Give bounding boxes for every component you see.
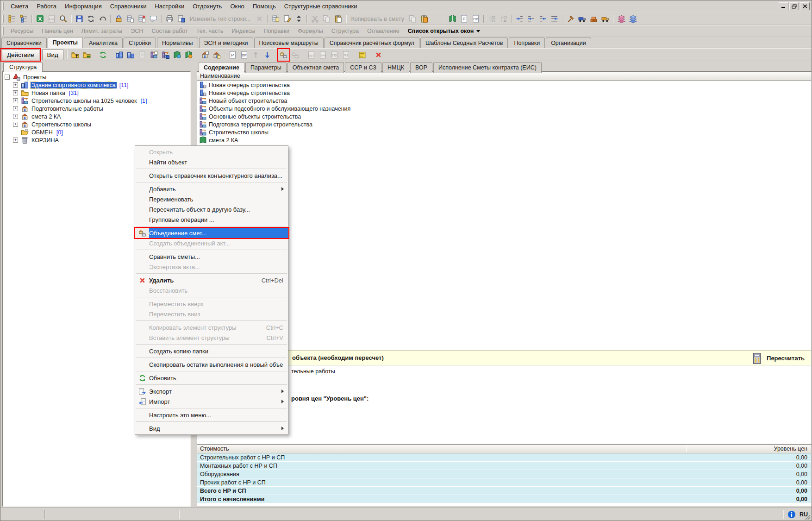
view-menu-button[interactable]: Вид [42,50,63,60]
menu-смета[interactable]: Смета [6,1,32,11]
indent-r2-icon[interactable] [526,13,537,24]
tree1-icon[interactable] [7,13,18,24]
buildings-icon[interactable] [114,50,125,60]
open-windows-list-button[interactable]: Список открытых окон [408,28,481,34]
clip-orange-icon[interactable] [419,13,430,24]
context-menu-item-открыть-справочник-конъюнктурного-анализа[interactable]: Открыть справочник конъюнктурного анализ… [135,170,288,181]
printer-icon[interactable] [164,13,175,24]
lock-icon[interactable] [113,13,124,24]
menu-работа[interactable]: Работа [32,1,61,11]
tree-item[interactable]: +Строительство школы на 1025 человек[1] [3,97,189,105]
content-tab-объектная-смета[interactable]: Объектная смета [287,62,344,73]
context-menu-item-обновить[interactable]: Обновить [135,373,288,383]
tree-expander[interactable]: + [13,82,18,88]
tree-item[interactable]: +Строительство школы [3,120,189,128]
menu-структурные-справочники[interactable]: Структурные справочники [280,1,362,11]
column-divider[interactable] [686,446,687,452]
context-menu-item-пересчитать-объект-в-другую-базу[interactable]: Пересчитать объект в другую базу... [135,204,288,214]
folder-up-icon[interactable] [70,50,81,60]
context-menu-item-объединение-смет[interactable]: Объединение смет... [135,228,288,238]
context-menu-item-экспорт[interactable]: Экспорт [135,386,288,396]
workspace-tab-поправки[interactable]: Поправки [509,38,545,48]
layers-pink-icon[interactable] [616,13,627,24]
list-item[interactable]: Основные объекты строительства [198,113,811,120]
context-menu-item-групповые-операции[interactable]: Групповые операции ... [135,214,288,225]
crane-save-icon[interactable] [160,50,171,60]
indent-r-icon[interactable] [514,13,525,24]
tree-item[interactable]: +Подготовительные работы [3,105,189,113]
floppy-icon[interactable] [74,13,85,24]
list-item[interactable]: Подготовка территории строительства [198,120,811,128]
workspace-tab-проекты[interactable]: Проекты [48,37,83,48]
arrow-down-icon[interactable] [262,50,273,60]
bricks-icon[interactable] [588,13,599,24]
workspace-tab-эсн-и-методики[interactable]: ЭСН и методики [199,38,253,48]
crane-doc-icon[interactable] [149,50,159,60]
doc-p-icon[interactable]: Р [227,50,238,60]
tree-expander[interactable]: + [13,98,18,103]
tree-expander[interactable]: + [13,106,18,111]
tree-expander[interactable]: + [13,122,18,127]
workspace-tab-нормативы[interactable]: Нормативы [157,38,198,48]
recalc-button[interactable]: Пересчитать [751,352,805,365]
layers-blue-icon[interactable] [628,13,638,24]
context-menu-item-импорт[interactable]: Импорт [135,396,288,407]
context-menu-item-создать-копию-папки[interactable]: Создать копию папки [135,346,288,356]
workspace-tab-справочник-расч-тных-формул[interactable]: Справочник расчётных формул [325,38,419,48]
tree-expander[interactable]: + [13,90,18,95]
content-tab-параметры[interactable]: Параметры [245,62,287,73]
paste-icon[interactable] [333,13,344,24]
list-item[interactable]: Объекты подсобного и обслуживающего назн… [198,105,811,113]
tree-expander[interactable]: + [13,114,18,119]
menu-отдохнуть[interactable]: Отдохнуть [188,1,226,11]
spinner-icon[interactable] [294,13,304,24]
x-red-icon[interactable] [373,50,384,60]
doc-pencil-icon[interactable] [282,13,293,24]
workspace-tab-аналитика[interactable]: Аналитика [84,38,123,48]
context-menu-item-скопировать-остатки-выполнения-в-новый-объект[interactable]: Скопировать остатки выполнения в новый о… [135,359,288,370]
minimize-button[interactable] [779,2,788,10]
context-menu-item-найти-объект[interactable]: Найти объект [135,157,288,167]
tab-structure[interactable]: Структура [3,62,43,72]
tree-item[interactable]: −Проекты [3,73,189,81]
menu-помощь[interactable]: Помощь [249,1,280,11]
hammer-icon[interactable] [565,13,576,24]
merge-icon[interactable] [278,50,289,60]
tree-item[interactable]: +Здание спортивного комплекса[11] [3,81,189,89]
server-icon[interactable] [125,13,136,24]
content-tab-вор[interactable]: ВОР [410,62,432,73]
book-orange-icon[interactable] [183,50,194,60]
refresh-dark-icon[interactable] [86,13,96,24]
toolbar-grip[interactable] [2,15,4,23]
server2-icon[interactable] [137,13,147,24]
doc-pr-icon[interactable]: ПР [470,13,481,24]
tree-item[interactable]: ОБМЕН[0] [3,128,189,136]
note-yellow-icon[interactable] [357,50,368,60]
list-item[interactable]: Новая очередь строительства [198,89,811,97]
tree-item[interactable]: +Новая папка[31] [3,89,189,97]
indent-l-icon[interactable] [537,13,548,24]
doc-pr-icon[interactable]: ПР [239,50,250,60]
close-button[interactable] [800,2,810,10]
tree-expander[interactable]: + [13,138,18,143]
truck-yellow-icon[interactable] [600,13,611,24]
workspace-tab-организации[interactable]: Организации [546,38,591,48]
doc-p-icon[interactable]: Р [459,13,469,24]
context-menu-item-вид[interactable]: Вид [135,423,288,433]
workspace-tab-шаблоны-сводных-расч-тов[interactable]: Шаблоны Сводных Расчётов [420,38,508,48]
book-green-icon[interactable] [447,13,458,24]
tree-item[interactable]: +КОРЗИНА [3,136,189,144]
list-item[interactable]: смета 2 КА [198,136,811,144]
toolbar-grip[interactable] [2,2,4,11]
house-doc-icon[interactable] [200,50,210,60]
menu-справочники[interactable]: Справочники [106,1,151,11]
refresh-green-icon[interactable] [98,50,108,60]
tree-item[interactable]: +смета 2 КА [3,113,189,120]
server-copy-icon[interactable] [270,13,281,24]
content-tab-содержание[interactable]: Содержание [199,62,244,73]
folder-new-icon[interactable] [81,50,92,60]
content-tab-исполнение-сметы-контракта-еис-[interactable]: Исполнение Сметы контракта (ЕИС) [433,62,542,73]
buildings2-icon[interactable] [125,50,136,60]
restore-button[interactable] [789,2,799,10]
info-icon[interactable] [787,510,796,519]
